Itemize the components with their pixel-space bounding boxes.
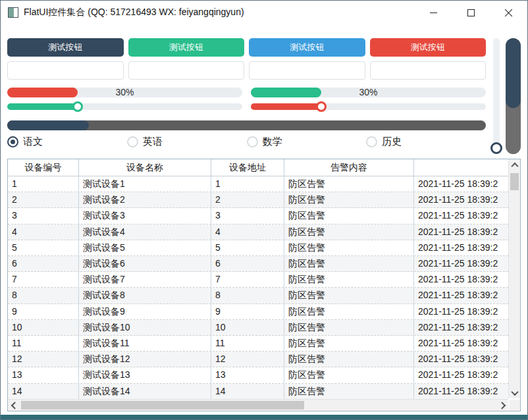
table-cell[interactable]: 5 [8,240,79,255]
table-cell[interactable]: 2021-11-25 18:39:2 [414,272,508,287]
vertical-scrollbar-thumb[interactable] [510,173,519,190]
table-row[interactable]: 1测试设备11防区告警2021-11-25 18:39:2 [8,176,508,192]
text-input-2[interactable] [128,61,245,80]
table-cell[interactable]: 2021-11-25 18:39:2 [414,320,508,335]
table-cell[interactable]: 1 [8,176,79,192]
scroll-down-button[interactable] [509,387,520,398]
table-cell[interactable]: 防区告警 [284,240,414,255]
maximize-button[interactable] [452,1,490,24]
table-cell[interactable]: 2021-11-25 18:39:2 [414,240,508,255]
table-cell[interactable]: 2 [211,192,284,207]
vertical-slider[interactable] [493,38,500,154]
table-row[interactable]: 13测试设备1313防区告警2021-11-25 18:39:2 [8,367,508,383]
table-cell[interactable]: 2021-11-25 18:39:2 [414,224,508,240]
scroll-up-button[interactable] [509,159,520,171]
table-cell[interactable]: 2 [8,192,79,207]
table-cell[interactable]: 4 [8,224,79,240]
slider-handle[interactable] [72,101,83,112]
header-device-name[interactable]: 设备名称 [79,159,211,176]
text-input-3[interactable] [249,61,365,80]
table-cell[interactable]: 8 [211,288,284,303]
test-button-navy[interactable]: 测试按钮 [7,38,124,57]
slider-green[interactable] [7,99,242,114]
test-button-green[interactable]: 测试按钮 [128,38,245,57]
table-cell[interactable]: 防区告警 [284,304,414,319]
close-button[interactable] [490,1,527,24]
table-cell[interactable]: 防区告警 [284,224,414,240]
table-cell[interactable]: 6 [211,256,284,271]
table-cell[interactable]: 10 [211,320,284,335]
table-cell[interactable]: 14 [8,384,79,399]
table-cell[interactable]: 2021-11-25 18:39:2 [414,176,508,192]
table-cell[interactable]: 测试设备6 [79,256,211,271]
header-alarm-time[interactable] [414,159,508,176]
table-cell[interactable]: 7 [211,272,284,287]
scroll-right-button[interactable] [497,400,508,411]
header-device-id[interactable]: 设备编号 [8,159,79,176]
table-cell[interactable]: 测试设备9 [79,304,211,319]
table-cell[interactable]: 防区告警 [284,320,414,335]
table-cell[interactable]: 测试设备14 [79,384,211,399]
scroll-left-button[interactable] [8,400,19,411]
table-cell[interactable]: 10 [8,320,79,335]
table-cell[interactable]: 防区告警 [284,352,414,367]
table-cell[interactable]: 2021-11-25 18:39:2 [414,352,508,367]
header-device-address[interactable]: 设备地址 [211,159,284,176]
table-cell[interactable]: 9 [211,304,284,319]
table-cell[interactable]: 2021-11-25 18:39:2 [414,336,508,351]
table-cell[interactable]: 测试设备10 [79,320,211,335]
table-cell[interactable]: 6 [8,256,79,271]
test-button-red[interactable]: 测试按钮 [370,38,487,57]
table-cell[interactable]: 11 [211,336,284,351]
table-cell[interactable]: 7 [8,272,79,287]
table-cell[interactable]: 2021-11-25 18:39:2 [414,288,508,303]
table-cell[interactable]: 测试设备5 [79,240,211,255]
table-cell[interactable]: 测试设备4 [79,224,211,240]
table-cell[interactable]: 测试设备12 [79,352,211,367]
radio-yingyu[interactable]: 英语 [127,136,247,148]
table-cell[interactable]: 防区告警 [284,256,414,271]
vertical-slider-handle[interactable] [490,142,502,154]
table-cell[interactable]: 防区告警 [284,336,414,351]
table-row[interactable]: 2测试设备22防区告警2021-11-25 18:39:2 [8,192,508,208]
table-cell[interactable]: 3 [8,208,79,223]
table-cell[interactable]: 1 [211,176,284,192]
header-alarm-content[interactable]: 告警内容 [284,159,414,176]
table-cell[interactable]: 测试设备7 [79,272,211,287]
table-cell[interactable]: 8 [8,288,79,303]
table-cell[interactable]: 防区告警 [284,192,414,207]
table-row[interactable]: 9测试设备99防区告警2021-11-25 18:39:2 [8,304,508,320]
table-cell[interactable]: 防区告警 [284,384,414,399]
table-cell[interactable]: 2021-11-25 18:39:2 [414,384,508,399]
table-row[interactable]: 8测试设备88防区告警2021-11-25 18:39:2 [8,288,508,303]
horizontal-scrollbar[interactable] [8,399,508,411]
table-cell[interactable]: 测试设备1 [79,176,211,192]
table-cell[interactable]: 测试设备8 [79,288,211,303]
table-row[interactable]: 10测试设备1010防区告警2021-11-25 18:39:2 [8,320,508,336]
table-cell[interactable]: 13 [211,367,284,382]
table-cell[interactable]: 测试设备13 [79,367,211,382]
horizontal-scrollbar-thumb[interactable] [21,401,304,409]
table-row[interactable]: 14测试设备1414防区告警2021-11-25 18:39:2 [8,384,508,400]
minimize-button[interactable] [415,1,452,24]
table-cell[interactable]: 测试设备2 [79,192,211,207]
radio-yuwen[interactable]: 语文 [7,136,127,148]
table-cell[interactable]: 防区告警 [284,367,414,382]
table-row[interactable]: 11测试设备1111防区告警2021-11-25 18:39:2 [8,336,508,352]
table-cell[interactable]: 12 [8,352,79,367]
text-input-4[interactable] [370,61,487,80]
radio-lishi[interactable]: 历史 [366,136,486,148]
table-cell[interactable]: 防区告警 [284,272,414,287]
table-row[interactable]: 7测试设备77防区告警2021-11-25 18:39:2 [8,272,508,288]
table-row[interactable]: 4测试设备44防区告警2021-11-25 18:39:2 [8,224,508,240]
slider-red[interactable] [251,99,486,114]
table-cell[interactable]: 12 [211,352,284,367]
table-cell[interactable]: 防区告警 [284,176,414,192]
table-cell[interactable]: 3 [211,208,284,223]
table-cell[interactable]: 2021-11-25 18:39:2 [414,367,508,382]
table-cell[interactable]: 13 [8,367,79,382]
table-cell[interactable]: 2021-11-25 18:39:2 [414,208,508,223]
table-row[interactable]: 3测试设备33防区告警2021-11-25 18:39:2 [8,208,508,224]
table-cell[interactable]: 防区告警 [284,208,414,223]
test-button-blue[interactable]: 测试按钮 [249,38,365,57]
